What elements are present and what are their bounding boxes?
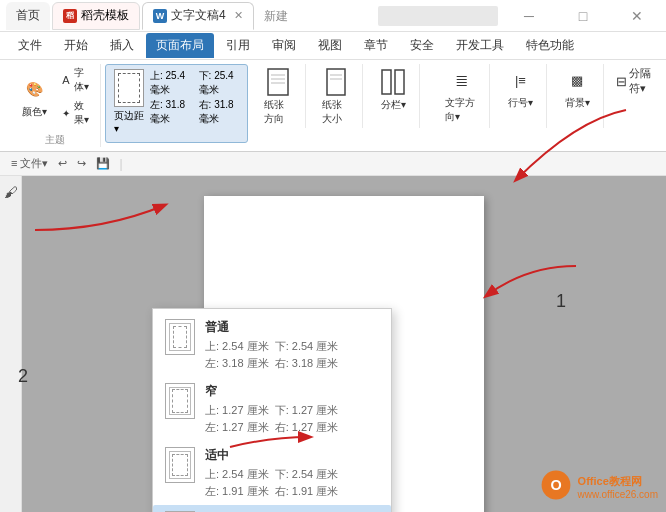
sidebar-left: 🖌 xyxy=(0,176,22,512)
watermark-logo: O xyxy=(540,469,572,504)
minimize-button[interactable]: ─ xyxy=(506,2,552,30)
watermark-title: Office教程网 xyxy=(578,474,658,489)
ribbon-group-margin: 页边距▾ 上: 25.4 毫米 下: 25.4 毫米 左: 31.8 毫米 右:… xyxy=(105,64,248,143)
tab-doc4[interactable]: W 文字文稿4 ✕ xyxy=(142,2,254,30)
ribbon-tab-view[interactable]: 视图 xyxy=(308,33,352,58)
ribbon-tab-reference[interactable]: 引用 xyxy=(216,33,260,58)
ribbon-split-section: ⊟ 分隔符▾ xyxy=(608,64,658,98)
close-button[interactable]: ✕ xyxy=(614,2,660,30)
medium-right: 右: 1.91 厘米 xyxy=(275,485,339,497)
background-icon: ▩ xyxy=(563,66,591,94)
watermark-info: Office教程网 www.office26.com xyxy=(578,474,658,500)
ribbon-group-linenum: |≡ 行号▾ xyxy=(494,64,547,128)
ribbon-group-columns: 分栏▾ xyxy=(367,64,420,128)
ribbon-tab-review[interactable]: 审阅 xyxy=(262,33,306,58)
ribbon-tab-start[interactable]: 开始 xyxy=(54,33,98,58)
background-button[interactable]: ▩ 背景▾ xyxy=(559,64,595,112)
columns-button[interactable]: 分栏▾ xyxy=(375,64,411,114)
tab-doc4-close[interactable]: ✕ xyxy=(234,9,243,22)
split-button[interactable]: ⊟ 分隔符▾ xyxy=(612,64,658,98)
document-area: 普通 上: 2.54 厘米 下: 2.54 厘米 左: 3.18 厘米 右: 3… xyxy=(22,176,666,512)
margin-right-label: 右: 31.8 毫米 xyxy=(199,98,240,126)
margin-narrow-details: 上: 1.27 厘米 下: 1.27 厘米 左: 1.27 厘米 右: 1.27… xyxy=(205,402,379,435)
margin-medium-item[interactable]: 适中 上: 2.54 厘米 下: 2.54 厘米 左: 1.91 厘米 右: 1… xyxy=(153,441,391,505)
margin-lr-row: 左: 31.8 毫米 右: 31.8 毫米 xyxy=(150,98,239,126)
margin-button-label: 页边距▾ xyxy=(114,109,144,134)
medium-left: 左: 1.91 厘米 xyxy=(205,485,269,497)
ribbon-tab-file[interactable]: 文件 xyxy=(8,33,52,58)
normal-right: 右: 3.18 厘米 xyxy=(275,357,339,369)
tab-wps-template[interactable]: 稻 稻壳模板 xyxy=(52,2,140,30)
size-button[interactable]: 纸张大小 xyxy=(318,64,355,128)
quick-access-bar: ≡ 文件▾ ↩ ↪ 💾 | xyxy=(0,152,666,176)
arrow-1 xyxy=(466,256,586,319)
textdir-button[interactable]: ≣ 文字方向▾ xyxy=(441,64,481,126)
medium-bottom: 下: 2.54 厘米 xyxy=(275,468,339,480)
ribbon-group-textdir: ≣ 文字方向▾ xyxy=(433,64,490,128)
tab-wps-label: 稻壳模板 xyxy=(81,7,129,24)
ribbon-group-orientation: 纸张方向 xyxy=(252,64,306,128)
theme-effect-button[interactable]: ✦ 效果▾ xyxy=(56,97,94,129)
tab-new[interactable]: 新建 xyxy=(256,2,296,29)
watermark: O Office教程网 www.office26.com xyxy=(540,469,658,504)
titlebar-blurred xyxy=(378,6,498,26)
sidebar-theme-icon[interactable]: 🖌 xyxy=(4,184,18,200)
margin-top-row: 上: 25.4 毫米 下: 25.4 毫米 xyxy=(150,69,239,97)
columns-label: 分栏▾ xyxy=(381,98,406,112)
ribbon-tab-security[interactable]: 安全 xyxy=(400,33,444,58)
tab-home-label: 首页 xyxy=(16,7,40,24)
orientation-button[interactable]: 纸张方向 xyxy=(260,64,297,128)
textdir-icon: ≣ xyxy=(447,66,475,94)
ribbon-tab-page-layout[interactable]: 页面布局 xyxy=(146,33,214,58)
svg-rect-8 xyxy=(395,70,404,94)
maximize-button[interactable]: □ xyxy=(560,2,606,30)
orientation-label: 纸张方向 xyxy=(264,98,293,126)
narrow-right: 右: 1.27 厘米 xyxy=(275,421,339,433)
margin-narrow-item[interactable]: 窄 上: 1.27 厘米 下: 1.27 厘米 左: 1.27 厘米 右: 1.… xyxy=(153,377,391,441)
margin-left-label: 左: 31.8 毫米 xyxy=(150,98,191,126)
textdir-label: 文字方向▾ xyxy=(445,96,477,124)
ribbon-tab-devtools[interactable]: 开发工具 xyxy=(446,33,514,58)
main-area: 🖌 普通 上: 2.54 厘米 下: 2.54 厘米 左: 3.18 厘米 右:… xyxy=(0,176,666,512)
linenum-button[interactable]: |≡ 行号▾ xyxy=(502,64,538,112)
size-label: 纸张大小 xyxy=(322,98,351,126)
margin-bottom-label: 下: 25.4 毫米 xyxy=(199,69,240,97)
theme-font-button[interactable]: A 字体▾ xyxy=(56,64,94,96)
ribbon: 文件 开始 插入 页面布局 引用 审阅 视图 章节 安全 开发工具 特色功能 🎨… xyxy=(0,32,666,152)
margin-wide-item[interactable]: 宽 上: 2.54 厘米 下: 2.54 厘米 左: 5.08 厘米 右: 5.… xyxy=(153,505,391,512)
font-icon: A xyxy=(60,71,72,89)
margin-medium-info: 适中 上: 2.54 厘米 下: 2.54 厘米 左: 1.91 厘米 右: 1… xyxy=(205,447,379,499)
divider1: | xyxy=(119,157,122,171)
wps-icon: 稻 xyxy=(63,9,77,23)
orientation-icon xyxy=(264,68,292,96)
margin-medium-details: 上: 2.54 厘米 下: 2.54 厘米 左: 1.91 厘米 右: 1.91… xyxy=(205,466,379,499)
medium-top: 上: 2.54 厘米 xyxy=(205,468,269,480)
narrow-top: 上: 1.27 厘米 xyxy=(205,404,269,416)
theme-color-button[interactable]: 🎨 颜色▾ xyxy=(16,73,52,121)
ribbon-tab-special[interactable]: 特色功能 xyxy=(516,33,584,58)
svg-text:O: O xyxy=(550,477,561,493)
word-icon: W xyxy=(153,9,167,23)
ribbon-group-theme: 🎨 颜色▾ A 字体▾ ✦ 效果▾ 主题 xyxy=(8,64,101,147)
watermark-url: www.office26.com xyxy=(578,489,658,500)
effect-icon: ✦ xyxy=(60,104,72,122)
undo-btn[interactable]: ↩ xyxy=(55,156,70,171)
normal-bottom: 下: 2.54 厘米 xyxy=(275,340,339,352)
normal-left: 左: 3.18 厘米 xyxy=(205,357,269,369)
margin-normal-details: 上: 2.54 厘米 下: 2.54 厘米 左: 3.18 厘米 右: 3.18… xyxy=(205,338,379,371)
tab-home[interactable]: 首页 xyxy=(6,2,50,30)
margin-normal-item[interactable]: 普通 上: 2.54 厘米 下: 2.54 厘米 左: 3.18 厘米 右: 3… xyxy=(153,313,391,377)
save-btn[interactable]: 💾 xyxy=(93,156,113,171)
ribbon-group-size: 纸张大小 xyxy=(310,64,364,128)
ribbon-tab-insert[interactable]: 插入 xyxy=(100,33,144,58)
ribbon-tab-chapter[interactable]: 章节 xyxy=(354,33,398,58)
linenum-icon: |≡ xyxy=(506,66,534,94)
svg-rect-7 xyxy=(382,70,391,94)
margin-page-icon xyxy=(114,69,144,107)
file-menu-btn[interactable]: ≡ 文件▾ xyxy=(8,155,51,172)
svg-rect-4 xyxy=(327,69,345,95)
ribbon-content: 🎨 颜色▾ A 字体▾ ✦ 效果▾ 主题 xyxy=(0,60,666,151)
margin-narrow-title: 窄 xyxy=(205,383,379,400)
normal-top: 上: 2.54 厘米 xyxy=(205,340,269,352)
redo-btn[interactable]: ↪ xyxy=(74,156,89,171)
